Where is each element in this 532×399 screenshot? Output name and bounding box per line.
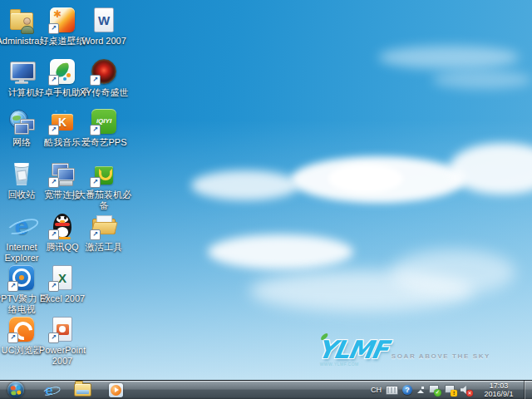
- ime-help-icon[interactable]: ?: [402, 385, 412, 395]
- language-indicator[interactable]: CH: [371, 387, 382, 394]
- datomato-essentials-icon: [91, 160, 117, 187]
- taskbar-left: e: [0, 381, 126, 399]
- xy-legend-game-icon: [91, 58, 117, 85]
- shortcut-arrow-icon: [48, 75, 59, 86]
- ylmf-watermark: YLMF WWW.YLMF.COM SOAR ABOVE THE SKY: [318, 339, 490, 367]
- icon-label: PowerPoint 2007: [34, 345, 91, 366]
- powerpoint-2007-icon: [49, 316, 76, 342]
- network-warning-tray-icon[interactable]: !: [445, 384, 456, 396]
- recycle-bin-icon: [8, 160, 35, 187]
- tencent-qq-icon: [49, 213, 76, 239]
- clock-date: 2016/9/1: [480, 390, 518, 398]
- shortcut-arrow-icon: [48, 177, 59, 188]
- folder-icon: [74, 383, 91, 397]
- ylmf-tagline: SOAR ABOVE THE SKY: [392, 353, 490, 360]
- icon-label: XY传奇盛世: [76, 87, 132, 98]
- desktop-icon-iqiyi-pps[interactable]: iQIYI 爱奇艺PPS: [83, 108, 125, 148]
- excel-2007-icon: X: [49, 264, 76, 291]
- administrator-folder-icon: [8, 7, 35, 33]
- haozhuodao-wallpaper-icon: [49, 7, 76, 33]
- shortcut-arrow-icon: [90, 177, 101, 188]
- shortcut-arrow-icon: [90, 229, 101, 240]
- document-page: W: [94, 7, 114, 32]
- shortcut-arrow-icon: [48, 332, 59, 343]
- desktop-icon-activation-tools[interactable]: 激活工具: [83, 213, 125, 253]
- computer-icon: [8, 58, 35, 85]
- show-hidden-icons-button[interactable]: [416, 387, 425, 393]
- icon-label: 激活工具: [76, 242, 132, 253]
- cloud: [449, 143, 532, 195]
- cloud: [391, 249, 515, 295]
- desktop-icon-internet-explorer[interactable]: e Internet Explorer: [1, 213, 42, 263]
- cloud: [191, 170, 299, 200]
- taskbar-internet-explorer-button[interactable]: e: [39, 382, 59, 398]
- monitor-shape: [10, 62, 36, 81]
- system-tray: CH ? ✓ ! ✕ 17:03 2016/9/1: [371, 381, 532, 399]
- broadband-connection-icon: [49, 160, 76, 187]
- shortcut-arrow-icon: [48, 229, 59, 240]
- ie-icon: e: [45, 383, 52, 397]
- shortcut-arrow-icon: [48, 23, 59, 34]
- cloud: [291, 156, 466, 203]
- desktop-icon-powerpoint-2007[interactable]: PowerPoint 2007: [42, 316, 83, 366]
- security-ok-tray-icon[interactable]: ✓: [429, 384, 441, 396]
- taskbar-explorer-button[interactable]: [72, 382, 92, 398]
- desktop-icon-excel-2007[interactable]: X Excel 2007: [42, 264, 83, 304]
- cloud: [378, 46, 520, 69]
- volume-muted-tray-icon[interactable]: ✕: [461, 384, 472, 396]
- pptv-icon: [8, 264, 35, 291]
- desktop-icon-word-2007[interactable]: W Word 2007: [83, 7, 125, 47]
- cloud: [432, 71, 532, 89]
- icon-label: Word 2007: [76, 36, 132, 47]
- clock-time: 17:03: [480, 382, 518, 390]
- keyboard-icon[interactable]: [386, 386, 398, 395]
- shortcut-arrow-icon: [7, 332, 18, 343]
- uc-browser-icon: [8, 316, 35, 342]
- desktop-icon-datomato-essentials[interactable]: 大番茄装机必备: [83, 160, 125, 210]
- windows-orb-icon: [7, 382, 24, 398]
- shortcut-arrow-icon: [90, 125, 101, 135]
- cloud: [249, 270, 474, 312]
- iqiyi-pps-icon: iQIYI: [91, 108, 117, 135]
- cloud: [328, 165, 403, 193]
- desktop: Administra... 好桌道壁纸 W Word 2007 计算机 好卓手机…: [0, 0, 532, 399]
- ylmf-logo: YLMF: [315, 339, 388, 360]
- desktop-icon-xy-legend-game[interactable]: XY传奇盛世: [83, 58, 125, 98]
- internet-explorer-icon: e: [8, 213, 35, 239]
- kuwo-music-icon: K: [49, 108, 76, 135]
- taskbar: e CH ? ✓ ! ✕ 17:03 20: [0, 380, 532, 399]
- cloud: [208, 234, 353, 269]
- show-desktop-button[interactable]: [524, 381, 532, 399]
- media-player-icon: [109, 383, 123, 397]
- shortcut-arrow-icon: [7, 281, 18, 292]
- start-button[interactable]: [6, 382, 26, 398]
- clock[interactable]: 17:03 2016/9/1: [480, 382, 518, 398]
- activation-tools-icon: [91, 213, 117, 239]
- shortcut-arrow-icon: [48, 125, 59, 135]
- user-figure: [21, 17, 32, 32]
- haozhuo-phone-assistant-icon: [49, 58, 76, 85]
- word-2007-icon: W: [91, 7, 117, 33]
- shortcut-arrow-icon: [48, 281, 59, 292]
- icon-label: 爱奇艺PPS: [76, 137, 132, 148]
- desktop-icon-pptv[interactable]: PPTV聚力 网络电视: [1, 264, 42, 314]
- icon-label: Excel 2007: [34, 293, 91, 304]
- shortcut-arrow-icon: [90, 75, 101, 86]
- icon-label: 大番茄装机必备: [76, 190, 132, 210]
- network-icon: [8, 108, 35, 135]
- taskbar-media-player-button[interactable]: [106, 382, 126, 398]
